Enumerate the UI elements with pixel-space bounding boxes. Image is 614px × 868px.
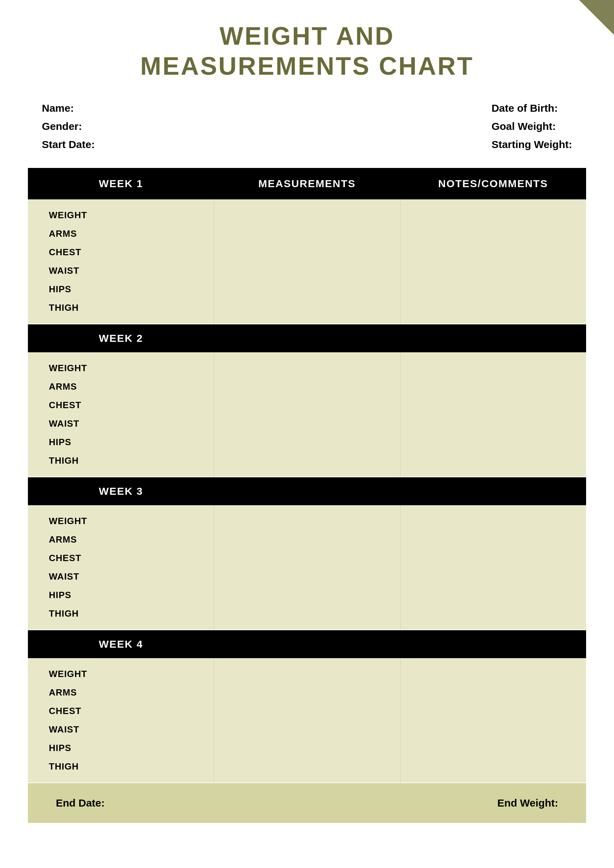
end-weight-label: End Weight: bbox=[498, 797, 558, 809]
week4-measurement-labels: WEIGHT ARMS CHEST WAIST HIPS THIGH bbox=[28, 658, 214, 782]
week4-arms: ARMS bbox=[49, 687, 214, 698]
week1-weight: WEIGHT bbox=[49, 210, 214, 221]
name-label: Name: bbox=[42, 102, 95, 114]
end-date-label: End Date: bbox=[56, 797, 105, 809]
page: WEIGHT AND MEASUREMENTS CHART Name: Gend… bbox=[0, 0, 614, 868]
week4-thigh: THIGH bbox=[49, 761, 214, 772]
week4-notes[interactable] bbox=[400, 658, 586, 782]
week1-thigh: THIGH bbox=[49, 302, 214, 313]
week4-header: WEEK 4 bbox=[28, 630, 586, 658]
week3-values[interactable] bbox=[214, 505, 400, 630]
week2-values[interactable] bbox=[214, 352, 400, 477]
week3-thigh: THIGH bbox=[49, 608, 214, 619]
week3-data-section: WEIGHT ARMS CHEST WAIST HIPS THIGH bbox=[28, 505, 586, 630]
main-title: WEIGHT AND MEASUREMENTS CHART bbox=[28, 21, 586, 81]
week3-weight: WEIGHT bbox=[49, 516, 214, 527]
goal-weight-label: Goal Weight: bbox=[492, 120, 572, 132]
week1-hips: HIPS bbox=[49, 284, 214, 295]
week1-notes[interactable] bbox=[400, 199, 586, 324]
week4-weight: WEIGHT bbox=[49, 669, 214, 680]
week4-data-section: WEIGHT ARMS CHEST WAIST HIPS THIGH bbox=[28, 658, 586, 782]
starting-weight-label: Starting Weight: bbox=[492, 138, 572, 151]
svg-marker-0 bbox=[579, 0, 614, 35]
week2-weight: WEIGHT bbox=[49, 363, 214, 373]
week4-hips: HIPS bbox=[49, 743, 214, 753]
corner-decoration bbox=[579, 0, 614, 35]
header-week: WEEK 1 bbox=[28, 178, 214, 190]
week2-header: WEEK 2 bbox=[28, 324, 586, 352]
week3-waist: WAIST bbox=[49, 571, 214, 582]
measurements-table: WEEK 1 MEASUREMENTS NOTES/COMMENTS WEIGH… bbox=[28, 168, 586, 782]
week3-notes[interactable] bbox=[400, 505, 586, 630]
week2-notes[interactable] bbox=[400, 352, 586, 477]
start-date-label: Start Date: bbox=[42, 138, 95, 151]
week3-chest: CHEST bbox=[49, 553, 214, 563]
week1-chest: CHEST bbox=[49, 247, 214, 258]
week1-arms: ARMS bbox=[49, 228, 214, 239]
info-left-column: Name: Gender: Start Date: bbox=[42, 102, 95, 151]
week2-waist: WAIST bbox=[49, 418, 214, 429]
week1-data-section: WEIGHT ARMS CHEST WAIST HIPS THIGH bbox=[28, 199, 586, 324]
week2-arms: ARMS bbox=[49, 381, 214, 392]
title-line2: MEASUREMENTS CHART bbox=[28, 51, 586, 81]
week3-arms: ARMS bbox=[49, 534, 214, 545]
title-section: WEIGHT AND MEASUREMENTS CHART bbox=[28, 21, 586, 81]
week2-header-label: WEEK 2 bbox=[28, 332, 214, 344]
info-section: Name: Gender: Start Date: Date of Birth:… bbox=[28, 102, 586, 151]
title-line1: WEIGHT AND bbox=[28, 21, 586, 51]
week3-hips: HIPS bbox=[49, 590, 214, 600]
header-measurements: MEASUREMENTS bbox=[214, 178, 400, 190]
week4-waist: WAIST bbox=[49, 724, 214, 735]
header-notes: NOTES/COMMENTS bbox=[400, 178, 586, 190]
week2-hips: HIPS bbox=[49, 437, 214, 448]
week2-measurement-labels: WEIGHT ARMS CHEST WAIST HIPS THIGH bbox=[28, 352, 214, 477]
gender-label: Gender: bbox=[42, 120, 95, 132]
week1-waist: WAIST bbox=[49, 265, 214, 276]
footer-section: End Date: End Weight: bbox=[28, 783, 586, 823]
week2-thigh: THIGH bbox=[49, 455, 214, 466]
week3-measurement-labels: WEIGHT ARMS CHEST WAIST HIPS THIGH bbox=[28, 505, 214, 630]
dob-label: Date of Birth: bbox=[492, 102, 572, 114]
week4-header-label: WEEK 4 bbox=[28, 638, 214, 650]
week1-measurement-labels: WEIGHT ARMS CHEST WAIST HIPS THIGH bbox=[28, 199, 214, 324]
week3-header: WEEK 3 bbox=[28, 477, 586, 505]
info-right-column: Date of Birth: Goal Weight: Starting Wei… bbox=[492, 102, 572, 151]
table-header: WEEK 1 MEASUREMENTS NOTES/COMMENTS bbox=[28, 168, 586, 199]
week1-values[interactable] bbox=[214, 199, 400, 324]
week3-header-label: WEEK 3 bbox=[28, 485, 214, 497]
week2-chest: CHEST bbox=[49, 400, 214, 411]
week2-data-section: WEIGHT ARMS CHEST WAIST HIPS THIGH bbox=[28, 352, 586, 477]
week4-chest: CHEST bbox=[49, 706, 214, 717]
week4-values[interactable] bbox=[214, 658, 400, 782]
